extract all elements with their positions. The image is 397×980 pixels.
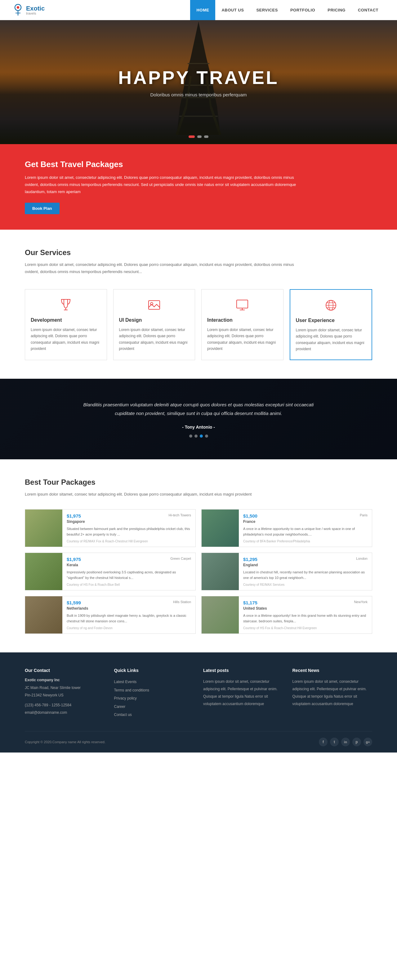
social-google[interactable]: g+ <box>364 738 372 746</box>
svg-rect-21 <box>237 300 248 308</box>
contact-email: email@domainname.com <box>25 709 105 716</box>
tours-heading: Best Tour Packages <box>25 478 372 487</box>
nav-about[interactable]: ABOUT US <box>215 0 250 20</box>
t-dot-3[interactable] <box>200 434 203 438</box>
footer-link-privacy[interactable]: Privacy policy <box>114 694 194 702</box>
hero-section: HAPPY TRAVEL Doloribus omnis minus tempo… <box>0 20 397 144</box>
tour-price-3: $1,975 <box>67 557 81 562</box>
tour-card-1: $1,975 Hi-tech Towers Singapore Situated… <box>25 509 196 547</box>
tour-courtesy-2: Courtesy of BFA Banker Preference/Philad… <box>243 539 368 543</box>
nav-services[interactable]: SERVICES <box>250 0 284 20</box>
tour-card-2: $1,500 Paris France A once in a lifetime… <box>201 509 372 547</box>
logo: Exotic travels <box>13 4 45 16</box>
footer: Our Contact Exotic company Inc JC Main R… <box>0 652 397 752</box>
testimonial-text: Blanditiis praesentium voluptatum deleni… <box>75 401 322 418</box>
image-icon <box>147 298 161 312</box>
main-nav: HOME ABOUT US SERVICES PORTFOLIO PRICING… <box>190 0 384 20</box>
tour-card-6: $1,175 NewYork United States A once in a… <box>201 596 372 634</box>
card-ui-title: UI Design <box>119 317 190 323</box>
header: Exotic travels HOME ABOUT US SERVICES PO… <box>0 0 397 20</box>
svg-rect-19 <box>148 301 160 309</box>
card-interaction-text: Lorem ipsum dolor sitamet, consec tetur … <box>207 327 277 352</box>
tour-tag-5: Hills Station <box>173 600 191 605</box>
book-plan-button[interactable]: Book Plan <box>25 203 59 214</box>
contact-phone: (123) 456-789 - 1255-12584 <box>25 702 105 709</box>
contact-heading: Our Contact <box>25 668 105 673</box>
social-linkedin[interactable]: in <box>341 738 350 746</box>
tour-card-3: $1,975 Green Carpet Kerala Impressively … <box>25 553 196 590</box>
footer-link-career[interactable]: Career <box>114 703 194 711</box>
tour-country-6: United States <box>243 606 368 611</box>
service-card-interaction: Interaction Lorem ipsum dolor sitamet, c… <box>201 289 284 360</box>
testimonial-section: Blanditiis praesentium voluptatum deleni… <box>0 379 397 459</box>
logo-name: Exotic <box>26 5 45 12</box>
contact-company: Exotic company Inc <box>25 678 105 682</box>
nav-portfolio[interactable]: PORTFOLIO <box>284 0 321 20</box>
tour-img-2 <box>202 509 239 547</box>
social-facebook[interactable]: f <box>319 738 327 746</box>
tour-price-6: $1,175 <box>243 600 257 605</box>
packages-body: Lorem ipsum dolor sit amet, consectetur … <box>25 174 304 195</box>
tour-courtesy-4: Courtesy of RE/MAX Services <box>243 583 368 586</box>
card-development-text: Lorem ipsum dolor sitamet, consec tetur … <box>31 327 101 352</box>
tour-courtesy-6: Courtesy of HS Fox & Roach-Chestnut Hill… <box>243 626 368 630</box>
services-description: Lorem ipsum dolor sit amet, consectetur … <box>25 261 304 275</box>
tour-tag-4: London <box>356 557 368 562</box>
t-dot-4[interactable] <box>205 434 208 438</box>
t-dot-1[interactable] <box>189 434 192 438</box>
footer-link-terms[interactable]: Terms and conditions <box>114 686 194 694</box>
tour-card-4: $1,295 London England Located in chestnu… <box>201 553 372 590</box>
card-ux-text: Lorem ipsum dolor sitamet, consec tetur … <box>296 327 366 352</box>
card-development-title: Development <box>31 317 101 323</box>
contact-address: JC Main Road, Near Slimlie tower <box>25 684 105 692</box>
t-dot-2[interactable] <box>195 434 198 438</box>
footer-link-contact[interactable]: Contact us <box>114 711 194 719</box>
hero-dot-2[interactable] <box>197 135 202 138</box>
hero-dot-3[interactable] <box>204 135 209 138</box>
news-heading: Recent News <box>292 668 373 673</box>
testimonial-dots <box>189 434 208 438</box>
service-card-development: Development Lorem ipsum dolor sitamet, c… <box>25 289 107 360</box>
card-ux-title: User Experience <box>296 318 366 323</box>
footer-posts-col: Latest posts Lorem ipsum dolor sit amet,… <box>203 668 283 719</box>
footer-link-events[interactable]: Latest Events <box>114 678 194 686</box>
contact-pin: Pin-21342 Newyork US <box>25 692 105 699</box>
tour-desc-1: Situated between fairmount park and the … <box>67 526 191 537</box>
tour-tag-1: Hi-tech Towers <box>168 513 191 519</box>
tour-grid: $1,975 Hi-tech Towers Singapore Situated… <box>25 509 372 634</box>
links-heading: Quick Links <box>114 668 194 673</box>
tour-img-3 <box>25 553 62 590</box>
social-icons: f t in p g+ <box>319 738 372 746</box>
tour-country-4: England <box>243 563 368 567</box>
tour-desc-6: A once in a lifetime opportunity! live i… <box>243 613 368 624</box>
posts-heading: Latest posts <box>203 668 283 673</box>
hero-subtitle: Doloribus omnis minus temporibus perferq… <box>118 92 279 97</box>
tour-courtesy-5: Courtesy of ng and Foster-Devon <box>67 626 191 630</box>
tour-country-5: Netherlands <box>67 606 191 611</box>
tour-desc-2: A once in a lifetime opportunity to own … <box>243 526 368 537</box>
footer-news-col: Recent News Lorem ipsum dolor sit amet, … <box>292 668 373 719</box>
card-interaction-title: Interaction <box>207 317 277 323</box>
hero-content: HAPPY TRAVEL Doloribus omnis minus tempo… <box>118 67 279 97</box>
tour-card-5: $1,599 Hills Station Netherlands Built i… <box>25 596 196 634</box>
tour-country-2: France <box>243 519 368 524</box>
posts-text: Lorem ipsum dolor sit amet, consectetur … <box>203 678 283 708</box>
monitor-icon <box>235 298 249 312</box>
copyright-text: Copyright © 2020.Company name All rights… <box>25 740 105 744</box>
tour-desc-4: Located in chestnut hill, recently named… <box>243 570 368 581</box>
footer-links-col: Quick Links Latest Events Terms and cond… <box>114 668 194 719</box>
service-cards-container: Development Lorem ipsum dolor sitamet, c… <box>25 289 372 360</box>
nav-pricing[interactable]: PRICING <box>321 0 352 20</box>
hero-dot-1[interactable] <box>188 135 195 138</box>
travel-packages-section: Get Best Travel Packages Lorem ipsum dol… <box>0 144 397 230</box>
hero-dots <box>188 135 209 138</box>
packages-heading: Get Best Travel Packages <box>25 160 372 169</box>
social-twitter[interactable]: t <box>330 738 339 746</box>
tour-country-3: Kerala <box>67 563 191 567</box>
social-pinterest[interactable]: p <box>352 738 361 746</box>
nav-contact[interactable]: CONTACT <box>352 0 384 20</box>
nav-home[interactable]: HOME <box>190 0 215 20</box>
footer-bottom: Copyright © 2020.Company name All rights… <box>25 731 372 752</box>
tour-price-1: $1,975 <box>67 513 81 519</box>
tour-img-4 <box>202 553 239 590</box>
